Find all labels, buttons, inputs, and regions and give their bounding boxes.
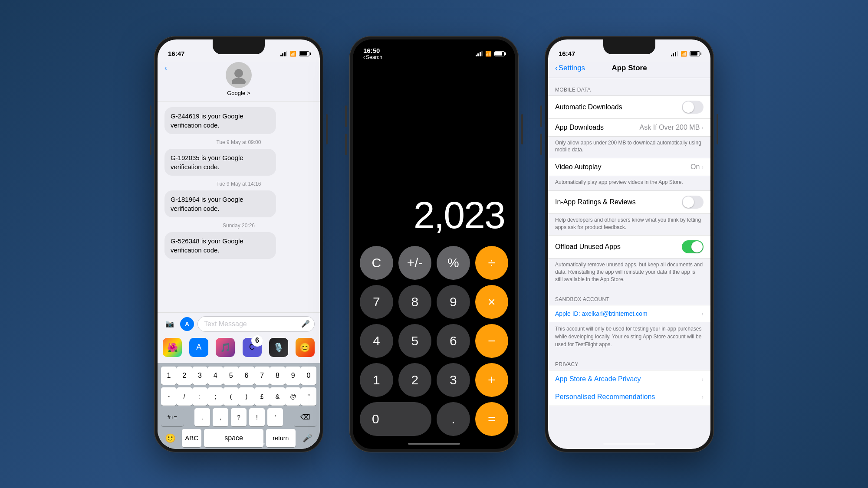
calc-number: 2,023 — [414, 193, 505, 237]
calc-btn-divide[interactable]: ÷ — [475, 246, 509, 280]
battery-icon — [299, 51, 309, 56]
calc-btn-1[interactable]: 1 — [360, 363, 393, 397]
battery-fill — [300, 52, 307, 56]
vol-up-button-3[interactable] — [540, 105, 542, 127]
status-icons-calc: 📶 — [476, 51, 505, 57]
calc-btn-c[interactable]: C — [360, 246, 393, 280]
music-app-icon[interactable]: 🎵 — [216, 338, 235, 357]
key-dot[interactable]: . — [194, 408, 210, 426]
calc-btn-9[interactable]: 9 — [437, 285, 470, 319]
key-5[interactable]: 5 — [223, 367, 239, 385]
key-at[interactable]: @ — [285, 387, 301, 406]
msg-time-2: Tue 9 May at 14:16 — [164, 181, 313, 187]
key-dash[interactable]: - — [161, 387, 177, 406]
key-amp[interactable]: & — [270, 387, 286, 406]
side-button-3[interactable] — [717, 114, 718, 144]
badge-icon[interactable]: C 6 — [243, 338, 262, 357]
key-return[interactable]: return — [266, 429, 296, 447]
automatic-downloads-cell[interactable]: Automatic Downloads — [548, 95, 710, 119]
status-icons-messages: 📶 — [280, 51, 310, 57]
apple-id-cell[interactable]: Apple ID: axelkarl@btinternet.com › — [548, 305, 710, 322]
vol-down-button-2[interactable] — [345, 134, 347, 155]
vol-up-button[interactable] — [150, 105, 151, 127]
privacy-header: PRIVACY — [548, 353, 710, 370]
calc-btn-5[interactable]: 5 — [398, 324, 432, 358]
side-button-2[interactable] — [521, 114, 523, 144]
video-autoplay-cell[interactable]: Video Autoplay On › — [548, 158, 710, 176]
key-3[interactable]: 3 — [192, 367, 208, 385]
key-pound[interactable]: £ — [254, 387, 270, 406]
key-mic[interactable]: 🎤 — [298, 429, 316, 447]
calc-btn-plus[interactable]: + — [475, 363, 509, 397]
key-9[interactable]: 9 — [285, 367, 301, 385]
key-question[interactable]: ? — [231, 408, 247, 426]
back-button-messages[interactable]: ‹ — [164, 64, 167, 72]
key-lparen[interactable]: ( — [223, 387, 239, 406]
calc-btn-3[interactable]: 3 — [437, 363, 470, 397]
appstore-app-icon[interactable]: A — [189, 338, 208, 357]
key-1[interactable]: 1 — [161, 367, 177, 385]
key-6[interactable]: 6 — [239, 367, 254, 385]
inapp-ratings-cell[interactable]: In-App Ratings & Reviews — [548, 190, 710, 214]
svg-point-0 — [234, 69, 243, 78]
inapp-ratings-toggle[interactable] — [682, 196, 704, 209]
key-quote[interactable]: " — [301, 387, 316, 406]
camera-icon[interactable]: 📷 — [163, 317, 177, 331]
notch — [213, 39, 265, 54]
signal-bar-s4 — [677, 51, 678, 56]
side-button[interactable] — [326, 114, 328, 144]
calc-btn-4[interactable]: 4 — [360, 324, 393, 358]
vol-up-button-2[interactable] — [345, 105, 347, 127]
siri-app-icon[interactable]: 🎙️ — [269, 338, 288, 357]
personalised-rec-cell[interactable]: Personalised Recommendations › — [548, 388, 710, 406]
key-colon[interactable]: : — [192, 387, 208, 406]
key-7[interactable]: 7 — [254, 367, 270, 385]
key-8[interactable]: 8 — [270, 367, 286, 385]
calc-btn-8[interactable]: 8 — [398, 285, 432, 319]
mic-input-icon: 🎤 — [301, 320, 310, 328]
appstore-icon[interactable]: A — [180, 317, 194, 331]
vol-down-button-3[interactable] — [540, 134, 542, 155]
key-delete[interactable]: ⌫ — [294, 408, 316, 426]
automatic-downloads-toggle[interactable] — [682, 101, 704, 114]
key-slash[interactable]: / — [177, 387, 192, 406]
key-rparen[interactable]: ) — [239, 387, 254, 406]
offload-apps-toggle[interactable] — [682, 240, 704, 253]
memoji-icon[interactable]: 😊 — [296, 338, 315, 357]
key-4[interactable]: 4 — [207, 367, 223, 385]
text-input-placeholder: Text Message — [204, 320, 247, 328]
personalised-rec-chevron-icon: › — [701, 393, 704, 400]
key-2[interactable]: 2 — [177, 367, 192, 385]
settings-content[interactable]: MOBILE DATA Automatic Downloads App Down… — [548, 78, 710, 449]
settings-screen: 16:47 📶 ‹ S — [548, 39, 710, 449]
text-input[interactable]: Text Message 🎤 — [197, 316, 315, 332]
calc-btn-equals[interactable]: = — [475, 402, 508, 436]
key-exclaim[interactable]: ! — [249, 408, 265, 426]
calc-btn-decimal[interactable]: . — [437, 402, 470, 436]
arcade-privacy-cell[interactable]: App Store & Arcade Privacy › — [548, 370, 710, 388]
back-button-settings[interactable]: ‹ Settings — [555, 64, 585, 72]
calc-display: 2,023 — [353, 62, 515, 246]
signal-bar-s1 — [671, 55, 672, 56]
key-semicolon[interactable]: ; — [207, 387, 223, 406]
calc-btn-multiply[interactable]: × — [475, 285, 509, 319]
vol-down-button[interactable] — [150, 134, 151, 155]
calc-btn-plusminus[interactable]: +/- — [398, 246, 432, 280]
app-downloads-cell[interactable]: App Downloads Ask If Over 200 MB › — [548, 119, 710, 137]
calc-btn-minus[interactable]: − — [475, 324, 509, 358]
notch-3 — [603, 39, 655, 54]
key-abc[interactable]: ABC — [182, 429, 201, 447]
calc-btn-7[interactable]: 7 — [360, 285, 393, 319]
key-emoji[interactable]: 🙂 — [161, 429, 179, 447]
calc-btn-0[interactable]: 0 — [360, 402, 431, 436]
calc-btn-percent[interactable]: % — [437, 246, 470, 280]
photos-app-icon[interactable]: 🌺 — [163, 338, 182, 357]
key-0[interactable]: 0 — [301, 367, 316, 385]
calc-btn-2[interactable]: 2 — [398, 363, 432, 397]
calc-btn-6[interactable]: 6 — [437, 324, 470, 358]
key-comma[interactable]: , — [213, 408, 228, 426]
key-apostrophe[interactable]: ' — [267, 408, 283, 426]
key-hashplus[interactable]: #+= — [161, 408, 184, 426]
notch-2 — [408, 39, 460, 54]
offload-apps-cell[interactable]: Offload Unused Apps — [548, 235, 710, 259]
